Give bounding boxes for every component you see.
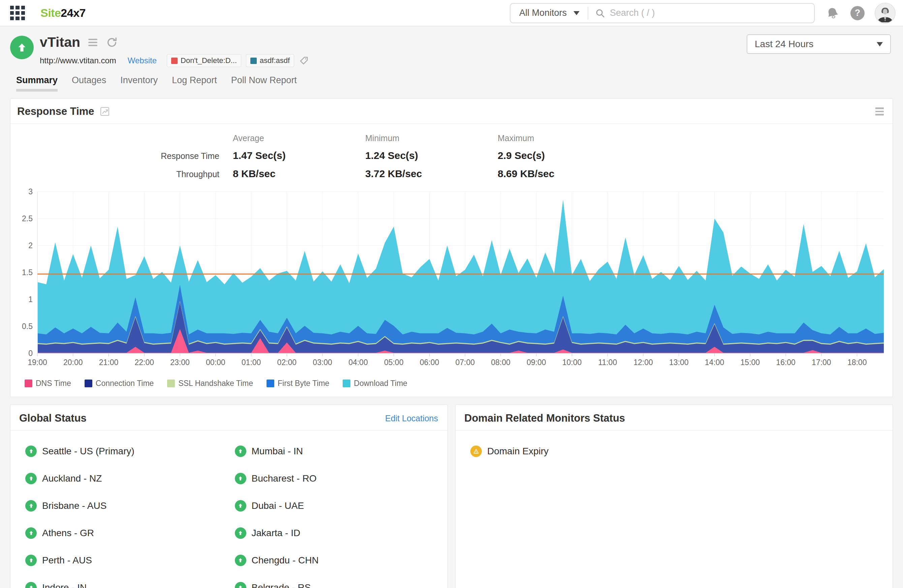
up-status-icon xyxy=(25,445,37,457)
x-tick-label: 12:00 xyxy=(634,358,653,367)
monitor-name: vTitan xyxy=(40,34,80,50)
monitor-type-link[interactable]: Website xyxy=(128,56,157,65)
monitor-header: vTitan http://www.vtitan.com Website Don… xyxy=(0,26,903,67)
y-tick-label: 0 xyxy=(28,349,33,358)
x-tick-label: 16:00 xyxy=(776,358,796,367)
card-title: Global Status xyxy=(19,412,87,424)
location-item[interactable]: Auckland - NZ xyxy=(25,465,235,492)
stat-value: 1.24 Sec(s) xyxy=(365,150,498,162)
stat-value: 8.69 KB/sec xyxy=(498,168,892,179)
chart-x-axis: 19:0020:0021:0022:0023:0000:0001:0002:00… xyxy=(38,353,884,369)
user-avatar[interactable] xyxy=(875,3,895,24)
location-item[interactable]: Chengdu - CHN xyxy=(235,547,444,574)
site24x7-logo[interactable]: Site24x7 xyxy=(41,6,86,20)
legend-item[interactable]: DNS Time xyxy=(25,379,71,388)
location-item[interactable]: Mumbai - IN xyxy=(235,437,444,465)
chevron-down-icon xyxy=(877,42,883,47)
app-launcher-icon[interactable] xyxy=(10,6,25,20)
top-bar: Site24x7 All Monitors ? xyxy=(0,0,903,26)
legend-item[interactable]: Connection Time xyxy=(85,379,154,388)
tab-log-report[interactable]: Log Report xyxy=(172,75,217,93)
y-tick-label: 1 xyxy=(28,295,33,304)
domain-monitor-label: Domain Expiry xyxy=(487,446,549,457)
card-menu-icon[interactable] xyxy=(875,107,884,116)
legend-swatch xyxy=(266,379,274,387)
x-tick-label: 00:00 xyxy=(206,358,225,367)
location-label: Athens - GR xyxy=(42,528,94,538)
x-tick-label: 02:00 xyxy=(277,358,297,367)
location-label: Dubai - UAE xyxy=(252,500,304,511)
monitor-tag[interactable]: asdf:asdf xyxy=(246,54,294,67)
up-status-icon xyxy=(235,555,246,566)
edit-locations-link[interactable]: Edit Locations xyxy=(385,414,438,423)
location-label: Perth - AUS xyxy=(42,555,92,566)
y-tick-label: 1.5 xyxy=(22,268,33,277)
legend-item[interactable]: SSL Handshake Time xyxy=(167,379,253,388)
y-tick-label: 2.5 xyxy=(22,214,33,223)
tag-label: Don't_Delete:D... xyxy=(181,56,237,65)
up-status-icon xyxy=(25,555,37,566)
location-item[interactable]: Athens - GR xyxy=(25,519,235,547)
up-status-icon xyxy=(25,527,37,539)
card-title: Domain Related Monitors Status xyxy=(464,412,625,424)
tab-summary[interactable]: Summary xyxy=(16,75,58,93)
y-tick-label: 0.5 xyxy=(22,322,33,331)
stat-col-maximum: Maximum xyxy=(498,133,892,143)
tab-outages[interactable]: Outages xyxy=(72,75,106,93)
up-status-icon xyxy=(25,473,37,484)
stat-row-label: Response Time xyxy=(11,151,233,161)
monitor-scope-label: All Monitors xyxy=(519,8,567,18)
x-tick-label: 10:00 xyxy=(562,358,582,367)
search-icon xyxy=(595,8,605,18)
x-tick-label: 09:00 xyxy=(527,358,546,367)
legend-item[interactable]: First Byte Time xyxy=(266,379,329,388)
legend-swatch xyxy=(25,379,32,387)
chart-svg xyxy=(38,191,884,358)
x-tick-label: 03:00 xyxy=(313,358,332,367)
legend-swatch xyxy=(343,379,351,387)
x-tick-label: 20:00 xyxy=(63,358,83,367)
location-item[interactable]: Bucharest - RO xyxy=(235,465,444,492)
tab-poll-now-report[interactable]: Poll Now Report xyxy=(231,75,297,93)
location-item[interactable]: Perth - AUS xyxy=(25,547,235,574)
chart-plot[interactable] xyxy=(38,191,884,353)
time-range-select[interactable]: Last 24 Hours xyxy=(747,34,891,54)
x-tick-label: 05:00 xyxy=(384,358,404,367)
location-item[interactable]: Seattle - US (Primary) xyxy=(25,437,235,465)
card-title: Response Time xyxy=(17,105,94,118)
monitor-tag[interactable]: Don't_Delete:D... xyxy=(167,54,241,67)
location-label: Brisbane - AUS xyxy=(42,500,107,511)
warning-status-icon xyxy=(470,445,482,457)
x-tick-label: 19:00 xyxy=(28,358,47,367)
tag-icon[interactable] xyxy=(299,56,309,66)
monitor-scope-dropdown[interactable]: All Monitors xyxy=(510,8,579,18)
global-status-card: Global Status Edit Locations Seattle - U… xyxy=(10,405,448,588)
stat-col-minimum: Minimum xyxy=(365,133,498,143)
help-icon[interactable]: ? xyxy=(850,6,865,20)
refresh-icon[interactable] xyxy=(106,37,118,48)
bell-icon[interactable] xyxy=(824,5,841,22)
legend-label: First Byte Time xyxy=(278,379,329,388)
legend-swatch xyxy=(167,379,175,387)
tab-inventory[interactable]: Inventory xyxy=(120,75,158,93)
trend-chart-icon[interactable] xyxy=(100,107,110,116)
domain-monitor-item[interactable]: Domain Expiry xyxy=(470,437,889,465)
time-range-value: Last 24 Hours xyxy=(755,39,813,50)
location-label: Chengdu - CHN xyxy=(252,555,319,566)
tag-label: asdf:asdf xyxy=(260,56,290,65)
x-tick-label: 14:00 xyxy=(705,358,724,367)
stat-row-label: Throughput xyxy=(11,169,233,179)
location-item[interactable]: Jakarta - ID xyxy=(235,519,444,547)
legend-item[interactable]: Download Time xyxy=(343,379,407,388)
chevron-down-icon xyxy=(573,11,579,15)
monitor-menu-icon[interactable] xyxy=(88,39,98,46)
legend-swatch xyxy=(85,379,92,387)
domain-monitors-card: Domain Related Monitors Status Domain Ex… xyxy=(455,405,893,588)
response-time-card: Response Time Average Minimum Maximum Re… xyxy=(10,98,893,397)
location-item[interactable]: Brisbane - AUS xyxy=(25,492,235,519)
search-input[interactable] xyxy=(609,8,814,19)
location-item[interactable]: Dubai - UAE xyxy=(235,492,444,519)
location-item[interactable]: Belgrade - RS xyxy=(235,574,444,588)
stat-value: 2.9 Sec(s) xyxy=(498,150,892,162)
location-item[interactable]: Indore - IN xyxy=(25,574,235,588)
